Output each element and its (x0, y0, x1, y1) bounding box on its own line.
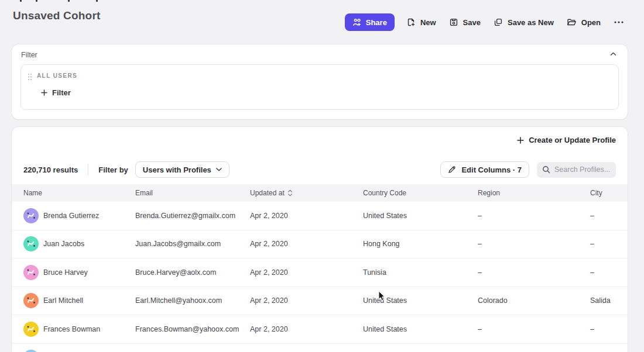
profiles-table: Name Email Updated at Country Code Regio… (12, 184, 628, 352)
filter-group-all-users: ALL USERS Filter (20, 64, 619, 110)
share-button-label: Share (366, 18, 387, 27)
table-row[interactable]: Frances Bowman Frances.Bowman@yahoox.com… (12, 315, 628, 344)
save-icon (449, 18, 458, 27)
cell-name: Bruce Harvey (23, 265, 135, 280)
cell-updated-at: Apr 2, 2020 (250, 240, 363, 248)
filter-panel: Filter ALL USERS Filter (12, 44, 628, 119)
toolbar: Share New Save (345, 13, 625, 31)
filter-by-label: Filter by (98, 165, 128, 174)
page-title: Unsaved Cohort (13, 9, 101, 22)
search-icon (542, 165, 550, 174)
edit-columns-label: Edit Columns · 7 (461, 165, 522, 174)
profile-type-dropdown[interactable]: Users with Profiles (135, 161, 229, 178)
cell-email: Juan.Jacobs@gmailx.com (135, 240, 250, 248)
cell-updated-at: Apr 2, 2020 (250, 212, 363, 220)
cell-city: – (590, 212, 628, 220)
profile-name: Frances Bowman (43, 325, 100, 333)
cell-name: Frances Bowman (23, 322, 135, 337)
table-header-row: Name Email Updated at Country Code Regio… (12, 184, 628, 202)
table-row[interactable]: Bruce Harvey Bruce.Harvey@aolx.com Apr 2… (12, 258, 628, 287)
cell-name (23, 350, 135, 352)
cell-updated-at: Apr 2, 2020 (250, 268, 363, 277)
cell-region: – (478, 325, 590, 333)
column-header-updated-at[interactable]: Updated at (250, 189, 363, 197)
avatar (23, 322, 39, 337)
cell-country-code: United States (363, 325, 478, 333)
add-filter-button-label: Filter (52, 88, 71, 97)
cell-email: Bruce.Harvey@aolx.com (135, 268, 250, 277)
cell-city: – (590, 240, 628, 248)
profile-name: Brenda Gutierrez (43, 212, 99, 220)
drag-handle-icon[interactable] (28, 73, 32, 81)
cell-region: – (478, 240, 590, 248)
results-bar-right: Edit Columns · 7 (440, 161, 616, 178)
create-or-update-profile-label: Create or Update Profile (529, 136, 616, 144)
cell-country-code: United States (363, 212, 478, 220)
cell-name: Brenda Gutierrez (23, 208, 135, 223)
plus-icon (41, 89, 47, 96)
open-button-label: Open (581, 18, 601, 27)
profile-name: Bruce Harvey (43, 268, 88, 277)
table-body: Brenda Gutierrez Brenda.Gutierrez@gmailx… (12, 202, 628, 352)
column-header-country-code[interactable]: Country Code (363, 189, 478, 197)
save-as-new-button-label: Save as New (508, 18, 554, 27)
avatar (23, 236, 39, 251)
table-row[interactable]: Juan Jacobs Juan.Jacobs@gmailx.com Apr 2… (12, 230, 628, 259)
new-file-icon (406, 18, 416, 27)
cell-city: – (590, 325, 628, 333)
pencil-icon (448, 165, 456, 174)
save-as-new-button[interactable]: Save as New (492, 13, 555, 31)
more-options-button[interactable] (612, 18, 625, 26)
table-row[interactable]: Brenda Gutierrez Brenda.Gutierrez@gmailx… (12, 202, 628, 230)
sort-icon[interactable] (287, 189, 293, 196)
cell-country-code: Tunisia (363, 268, 478, 277)
open-button[interactable]: Open (566, 13, 602, 31)
folder-open-icon (567, 18, 577, 27)
profile-name: Earl Mitchell (43, 296, 83, 305)
results-count: 220,710 results (23, 165, 78, 174)
avatar (23, 350, 39, 352)
cell-email: Earl.Mitchell@yahoox.com (135, 296, 250, 305)
results-bar: 220,710 results Filter by Users with Pro… (12, 157, 628, 182)
profile-name: Juan Jacobs (43, 240, 84, 248)
cell-updated-at: Apr 2, 2020 (250, 296, 363, 305)
avatar (23, 293, 39, 308)
collapse-filter-button[interactable] (608, 50, 618, 58)
column-header-name[interactable]: Name (23, 189, 135, 197)
chevron-up-icon (610, 52, 616, 56)
add-filter-button[interactable]: Filter (41, 88, 71, 97)
save-button[interactable]: Save (448, 13, 482, 31)
cell-city: Salida (590, 296, 628, 305)
create-or-update-profile-button[interactable]: Create or Update Profile (517, 136, 616, 144)
edit-columns-button[interactable]: Edit Columns · 7 (440, 161, 529, 178)
filter-panel-label: Filter (21, 51, 37, 59)
cell-country-code: United States (363, 296, 478, 305)
cell-city: – (590, 268, 628, 277)
column-header-region[interactable]: Region (478, 189, 590, 197)
table-row[interactable]: Earl Mitchell Earl.Mitchell@yahoox.com A… (12, 287, 628, 316)
cell-updated-at: Apr 2, 2020 (250, 325, 363, 333)
ellipsis-icon (614, 20, 624, 24)
cell-region: – (478, 212, 590, 220)
cell-name: Juan Jacobs (23, 236, 135, 251)
save-button-label: Save (463, 18, 481, 27)
share-button[interactable]: Share (345, 13, 395, 31)
share-users-icon (352, 18, 362, 27)
search-profiles-input[interactable] (554, 165, 611, 174)
cell-country-code: Hong Kong (363, 240, 478, 248)
table-row[interactable] (12, 344, 628, 352)
filter-group-label: ALL USERS (37, 73, 77, 79)
page-header: Unsaved Cohort Share New (0, 0, 644, 39)
column-header-email[interactable]: Email (135, 189, 250, 197)
profiles-panel: Create or Update Profile 220,710 results… (12, 127, 628, 352)
cell-email: Brenda.Gutierrez@gmailx.com (135, 212, 250, 220)
cell-email: Frances.Bowman@yahoox.com (135, 325, 250, 333)
new-button-label: New (420, 18, 436, 27)
column-header-city[interactable]: City (590, 189, 628, 197)
copy-icon (494, 18, 503, 27)
new-button[interactable]: New (405, 13, 437, 31)
plus-icon (517, 137, 524, 144)
cell-name: Earl Mitchell (23, 293, 135, 308)
profile-type-dropdown-value: Users with Profiles (143, 165, 211, 174)
avatar (23, 208, 39, 223)
